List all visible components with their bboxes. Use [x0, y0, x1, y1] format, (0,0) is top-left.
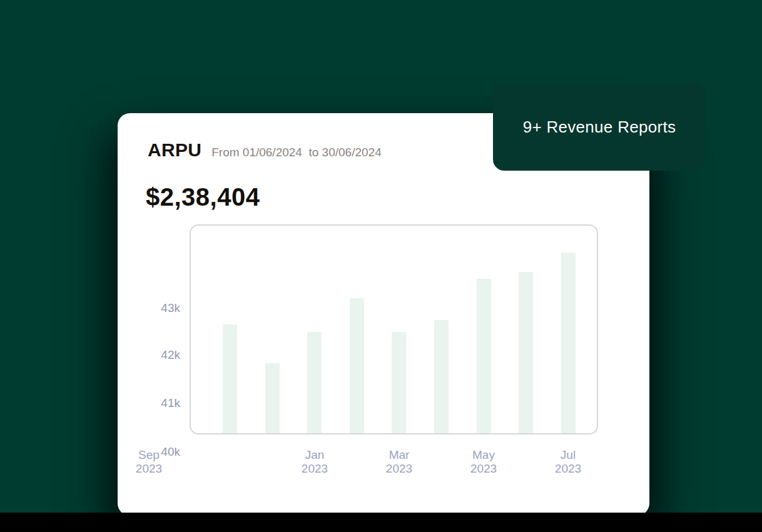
month-label: May: [452, 448, 515, 462]
revenue-reports-badge-label: 9+ Revenue Reports: [523, 118, 676, 137]
bar-apr-2023: [350, 298, 364, 433]
bar-jan-2023: [223, 324, 237, 433]
year-label: 2023: [537, 462, 599, 476]
y-axis-tick-42k: 42k: [130, 348, 180, 362]
x-axis-tick-jan-2023: Jan 2023: [283, 448, 346, 476]
month-label: Sep: [118, 448, 180, 462]
x-axis-tick-jul-2023: Jul 2023: [537, 448, 599, 476]
revenue-reports-badge: 9+ Revenue Reports: [493, 83, 706, 171]
bar-jun-2023: [434, 320, 449, 433]
chart-frame: [190, 224, 598, 434]
bar-mar-2023: [307, 332, 322, 433]
year-label: 2023: [118, 462, 180, 476]
month-label: Jan: [283, 448, 346, 462]
arpu-report-card: ARPU From 01/06/2024 to 30/06/2024 $2,38…: [118, 113, 649, 516]
bottom-black-bar: [0, 513, 762, 532]
x-axis-tick-sep-2023: Sep 2023: [118, 448, 180, 476]
bar-may-2023: [392, 332, 406, 433]
year-label: 2023: [283, 462, 346, 476]
plot-area: [191, 226, 597, 433]
y-axis-tick-43k: 43k: [130, 301, 180, 315]
y-axis-tick-41k: 41k: [130, 396, 180, 410]
bar-jul-2023: [477, 279, 491, 433]
year-label: 2023: [368, 462, 430, 476]
month-label: Jul: [537, 448, 599, 462]
year-label: 2023: [452, 462, 515, 476]
page-background: 9+ Revenue Reports ARPU From 01/06/2024 …: [0, 0, 762, 532]
x-axis-tick-mar-2023: Mar 2023: [368, 448, 430, 476]
arpu-bar-chart: 43k 42k 41k 40k Jan 2023 Mar 2023 May 20…: [118, 113, 649, 516]
bar-aug-2023: [519, 272, 533, 433]
bar-sep-2023: [561, 253, 576, 433]
bar-feb-2023: [265, 363, 280, 433]
month-label: Mar: [368, 448, 430, 462]
x-axis-tick-may-2023: May 2023: [452, 448, 515, 476]
